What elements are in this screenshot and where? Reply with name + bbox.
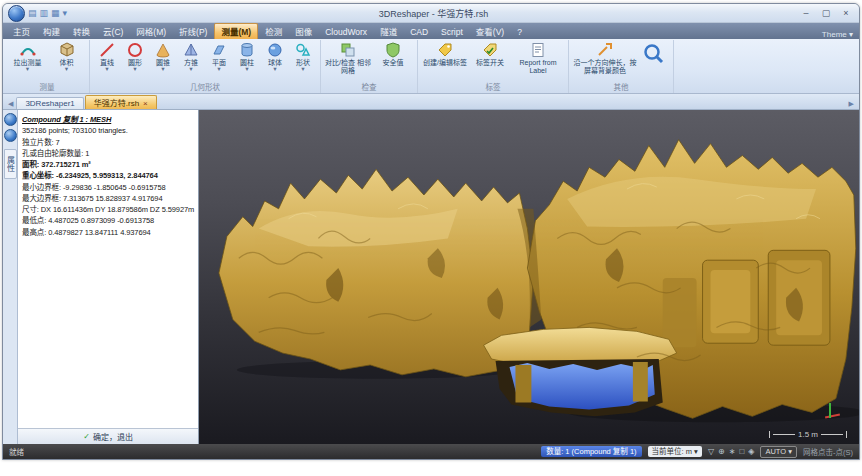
minimize-button[interactable]: – [800,8,812,18]
tool-pyramid[interactable]: 方锥 ▼ [177,40,205,72]
tool-plane[interactable]: 平面 ▼ [205,40,233,72]
ribbon-tab-help[interactable]: ? [511,26,528,39]
close-tab-icon[interactable]: × [143,99,148,108]
ribbon-tab-image[interactable]: 图像 [289,24,318,39]
rotate-view-icon[interactable]: ◈ [748,447,754,456]
tool-cone[interactable]: 圆锥 ▼ [149,40,177,72]
ribbon-tab-build[interactable]: 构建 [37,24,66,39]
shield-icon [385,41,401,59]
tool-safety-value[interactable]: 安全值 [372,40,414,67]
tool-report-from-label[interactable]: Report from Label [511,40,565,75]
tool-volume[interactable]: 体积 ▼ [47,40,86,72]
x-axis-icon [825,413,840,418]
ribbon-tab-transform[interactable]: 转换 [67,24,96,39]
ribbon-tab-polyline[interactable]: 折线(P) [173,24,213,39]
properties-panel-tab[interactable]: 属性 [4,149,17,179]
tab-scroll-left-icon[interactable]: ◀ [5,100,16,109]
doc-tab-3dreshaper1[interactable]: 3DReshaper1 [16,97,83,109]
tool-sphere[interactable]: 球体 ▼ [261,40,289,72]
ribbon-tab-inspect[interactable]: 检测 [259,24,288,39]
chevron-down-icon: ▼ [25,67,30,73]
view-sphere-icon[interactable] [4,113,17,126]
stat-pieces: 独立片数: 7 [22,137,194,148]
compare-icon [340,41,356,59]
selection-info[interactable]: 数量: 1 (Compound 复制 1) [541,446,641,457]
maximize-button[interactable]: ▢ [820,8,832,18]
chevron-down-icon: ▼ [300,67,305,73]
quick-access-toolbar: ▤ ▥ ▦ ▾ [28,8,67,18]
zoom-icon[interactable]: ⊕ [718,447,725,456]
properties-content: Compound 复制 1 : MESH 352186 points; 7031… [18,110,198,428]
chevron-down-icon: ▼ [216,67,221,73]
units-dropdown[interactable]: 当前单位: m ▾ [648,446,702,457]
status-ready: 就绪 [9,446,24,457]
sphere-icon [267,41,283,59]
pan-icon[interactable]: ∗ [729,447,736,456]
group-label-label: 标签 [421,82,565,93]
tag-icon [437,41,453,59]
ribbon-group-other: 沿一个方向伸长，按屏幕背景颜色 其他 [569,40,674,93]
check-icon: ✓ [83,432,90,441]
ribbon-tab-cloudworx[interactable]: CloudWorx [319,26,373,39]
tab-scroll-right-icon[interactable]: ▶ [846,100,857,109]
properties-panel: Compound 复制 1 : MESH 352186 points; 7031… [18,110,199,444]
save-icon[interactable]: ▦ [51,8,60,18]
shapes-icon [295,41,311,59]
auto-mode-button[interactable]: AUTO ▾ [760,446,797,458]
theme-selector[interactable]: Theme ▾ [822,30,855,39]
stat-dimensions: 尺寸: DX 16.611436m DY 18.879586m DZ 5.599… [22,204,194,215]
tool-cylinder[interactable]: 圆柱 ▼ [233,40,261,72]
tool-extract-measure[interactable]: 拉出测量 ▼ [8,40,47,72]
stat-bbox-max: 最大边界框: 7.313675 15.828937 4.917694 [22,193,194,204]
caliper-icon [20,41,36,59]
cone-icon [155,41,171,59]
snap-mode-label[interactable]: 网格点击-点(S) [803,446,853,457]
stat-highest-point: 最高点: 0.4879827 13.847111 4.937694 [22,227,194,238]
ribbon-tab-script[interactable]: Script [435,26,469,39]
circle-icon [127,41,143,59]
scale-bar: 1.5 m [769,430,847,439]
object-title: Compound 复制 1 : MESH [22,114,194,125]
ribbon-group-geometry: 直线 ▼ 圆形 ▼ 圆锥 ▼ [90,40,321,93]
ribbon-tab-cloud[interactable]: 云(C) [97,24,129,39]
cube-icon [59,41,75,59]
group-label-measure: 测量 [8,82,86,93]
plane-icon [211,41,227,59]
new-icon[interactable]: ▤ [28,8,37,18]
tool-circle[interactable]: 圆形 ▼ [121,40,149,72]
doc-tab-huaqiangfangte[interactable]: 华强方特.rsh× [85,95,157,109]
ribbon-tab-view[interactable]: 查看(V) [470,24,510,39]
left-icon-strip: 属性 [3,110,18,444]
tool-magnifier[interactable] [638,40,670,67]
3d-viewport[interactable]: 1.5 m [199,110,859,444]
chevron-down-icon: ▼ [64,67,69,73]
ribbon-tab-tunnel[interactable]: 隧道 [374,24,403,39]
open-icon[interactable]: ▥ [40,8,49,18]
ribbon-tab-mesh[interactable]: 网格(M) [130,24,172,39]
tool-shapes[interactable]: 形状 ▼ [289,40,317,72]
close-button[interactable]: × [840,8,852,18]
ribbon-tab-measure-active[interactable]: 测量(M) [214,23,258,39]
group-label-other: 其他 [572,82,670,93]
stat-points-triangles: 352186 points; 703100 triangles. [22,125,194,136]
ribbon-tab-home[interactable]: 主页 [7,24,36,39]
app-menu-button[interactable] [8,5,25,22]
tool-compare-mesh[interactable]: 对比/检查 相邻网格 [324,40,372,75]
help-sphere-icon[interactable] [4,129,17,142]
cylinder-icon [239,41,255,59]
tool-line[interactable]: 直线 ▼ [93,40,121,72]
ribbon-tab-cad[interactable]: CAD [404,26,434,39]
stat-bbox-min: 最小边界框: -9.29836 -1.850645 -0.6915758 [22,182,194,193]
fit-view-icon[interactable]: □ [739,447,744,456]
tool-create-label[interactable]: 创建/编辑标签 [421,40,469,67]
tool-stretch-direction[interactable]: 沿一个方向伸长，按屏幕背景颜色 [572,40,638,75]
tool-toggle-label[interactable]: 标签开关 [469,40,511,67]
filter-icon[interactable]: ▽ [708,447,714,456]
ok-exit-button[interactable]: ✓ 确定，退出 [77,431,139,442]
ribbon-tab-bar: 主页 构建 转换 云(C) 网格(M) 折线(P) 测量(M) 检测 图像 Cl… [3,23,859,39]
view-tool-icons: ▽ ⊕ ∗ □ ◈ [708,447,755,456]
app-window: ▤ ▥ ▦ ▾ 3DReshaper - 华强方特.rsh – ▢ × 主页 构… [2,3,860,460]
group-label-geometry: 几何形状 [93,82,317,93]
stat-centroid: 重心坐标: -6.234925, 5.959313, 2.844764 [22,170,194,181]
stat-lowest-point: 最低点: 4.487025 0.8973099 -0.6913758 [22,215,194,226]
